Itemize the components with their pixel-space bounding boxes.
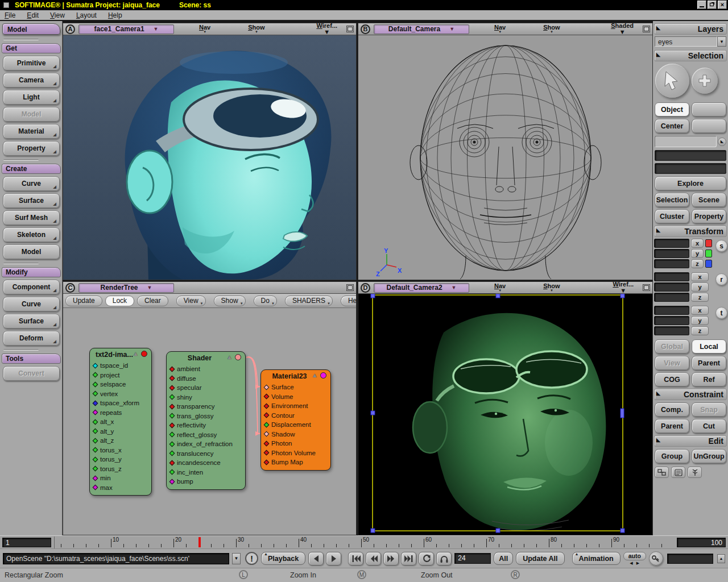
cog-button[interactable]: COG <box>655 372 689 386</box>
selection-filter-field[interactable] <box>655 136 717 147</box>
scroll-up-button[interactable]: ▲ <box>717 554 725 563</box>
node-port-photon[interactable]: Photon <box>261 439 330 448</box>
marked-parameter-field[interactable] <box>667 554 713 564</box>
add-to-selection-button[interactable] <box>692 68 718 94</box>
restore-button[interactable] <box>708 1 717 9</box>
go-to-start-button[interactable] <box>348 552 363 566</box>
axis-color-swatch[interactable] <box>705 260 712 268</box>
viewport-a-display-mode-menu[interactable]: Wiref...▼ <box>316 23 337 35</box>
modify-deform-button[interactable]: Deform◢ <box>3 331 60 346</box>
viewport-c-view-dropdown[interactable]: RenderTree ▼ <box>78 283 174 293</box>
close-button[interactable]: × <box>718 1 727 9</box>
node-output-port[interactable] <box>320 372 326 379</box>
get-model-button[interactable]: Model <box>3 107 60 122</box>
node-port-incandescence[interactable]: incandescence <box>167 458 245 468</box>
go-to-end-button[interactable] <box>401 552 416 566</box>
axis-y-button[interactable]: y <box>691 316 709 325</box>
rendertree-update-button[interactable]: Update <box>65 296 102 306</box>
modify-surface-button[interactable]: Surface◢ <box>3 314 60 329</box>
shader-node-material23[interactable]: Material23▲SurfaceVolumeEnvironmentConto… <box>260 369 331 471</box>
node-port-inc-inten[interactable]: inc_inten <box>167 468 245 477</box>
node-port-alt-x[interactable]: alt_x <box>90 417 151 427</box>
node-port-volume[interactable]: Volume <box>261 392 330 402</box>
explore-button[interactable]: Explore <box>655 176 726 190</box>
node-port-alt-y[interactable]: alt_y <box>90 427 151 436</box>
node-output-port[interactable] <box>235 354 241 360</box>
layer-select-dropdown-button[interactable]: ▼ <box>717 36 726 47</box>
node-port-project[interactable]: project <box>90 371 151 380</box>
ungroup-button[interactable]: UnGroup <box>692 449 726 463</box>
rendertree-help-button[interactable]: Help <box>341 296 357 306</box>
viewport-d-show-menu[interactable]: Show▼ <box>543 283 560 292</box>
shader-node-txt2d-ima[interactable]: txt2d-ima...▲tspace_idprojectselspacever… <box>89 348 152 496</box>
node-collapse-icon[interactable]: ▲ <box>133 351 139 357</box>
create-model-button[interactable]: Model <box>3 244 60 259</box>
node-port-diffuse[interactable]: diffuse <box>167 374 245 384</box>
node-port-contour[interactable]: Contour <box>261 411 330 421</box>
filter-blank-button-2[interactable] <box>692 119 726 133</box>
viewport-d-nav-menu[interactable]: Nav▼ <box>494 283 506 292</box>
transform-s-z-field[interactable] <box>654 259 689 268</box>
transform-r-badge[interactable]: r <box>715 273 727 285</box>
node-port-specular[interactable]: specular <box>167 383 245 393</box>
select-by-selection-button[interactable]: Selection <box>655 193 689 207</box>
menu-help[interactable]: Help <box>108 11 122 19</box>
transform-s-x-field[interactable] <box>654 239 689 248</box>
filter-center-button[interactable]: Center <box>655 119 689 133</box>
get-material-button[interactable]: Material◢ <box>3 124 60 139</box>
axis-color-swatch[interactable] <box>705 250 712 257</box>
transform-r-y-field[interactable] <box>654 282 689 292</box>
selection-filter-flyout-button[interactable]: ◣ <box>718 138 726 146</box>
update-all-button[interactable]: Update All <box>516 552 564 565</box>
axis-z-button[interactable]: z <box>691 326 709 335</box>
node-port-torus-y[interactable]: torus_y <box>90 455 151 464</box>
constraint-cut-button[interactable]: Cut <box>692 419 726 433</box>
timeline-start-frame-field[interactable]: 1 <box>2 538 51 547</box>
menu-edit[interactable]: Edit <box>27 11 39 19</box>
viewport-c-letter-button[interactable]: C <box>65 283 75 293</box>
transform-r-z-field[interactable] <box>654 293 689 302</box>
node-port-environment[interactable]: Environment <box>261 401 330 411</box>
transform-t-z-field[interactable] <box>654 326 689 335</box>
filter-blank-button-1[interactable] <box>692 102 726 117</box>
all-button[interactable]: All <box>494 552 513 565</box>
select-by-property-button[interactable]: Property <box>692 209 726 223</box>
viewport-d-camera-dropdown[interactable]: Default_Camera2 ▼ <box>374 283 469 293</box>
viewport-b-resize-button[interactable] <box>643 26 650 32</box>
constraint-parent-button[interactable]: Parent <box>655 419 689 433</box>
playhead[interactable] <box>198 537 201 547</box>
parent-mode-button[interactable]: Parent <box>692 356 726 370</box>
edit-header[interactable]: ◣ Edit <box>654 435 727 447</box>
select-by-cluster-button[interactable]: Cluster <box>655 209 689 223</box>
axis-z-button[interactable]: z <box>691 293 709 302</box>
node-port-displacement[interactable]: Displacement <box>261 420 330 430</box>
node-port-trans-glossy[interactable]: trans_glossy <box>167 411 245 421</box>
axis-y-button[interactable]: y <box>691 249 704 258</box>
timeline-ruler[interactable]: 102030405060708090 <box>54 537 674 548</box>
axis-color-swatch[interactable] <box>705 239 712 247</box>
animation-menu-button[interactable]: ▲Animation <box>572 552 621 565</box>
node-port-reflectivity[interactable]: reflectivity <box>167 421 245 430</box>
viewport-d-display-mode-menu[interactable]: Wiref...▼ <box>613 281 634 294</box>
frame-forward-button[interactable] <box>326 552 341 566</box>
get-primitive-button[interactable]: Primitive◢ <box>3 56 60 70</box>
viewport-d-resize-button[interactable] <box>643 284 650 291</box>
axis-y-button[interactable]: y <box>691 282 709 292</box>
get-property-button[interactable]: Property◢ <box>3 141 60 156</box>
auto-key-button[interactable]: auto <box>623 552 646 560</box>
rendertree-canvas[interactable]: txt2d-ima...▲tspace_idprojectselspacever… <box>63 308 356 534</box>
viewport-b-nav-menu[interactable]: Nav▼ <box>494 24 506 34</box>
current-frame-field[interactable]: 24 <box>454 553 491 564</box>
viewport-a-resize-button[interactable] <box>346 26 354 32</box>
node-port-tspace-xform[interactable]: tspace_xform <box>90 398 151 408</box>
create-skeleton-button[interactable]: Skeleton◢ <box>3 227 60 242</box>
node-port-selspace[interactable]: selspace <box>90 380 151 389</box>
viewport-c-resize-button[interactable] <box>346 284 354 291</box>
notes-button[interactable] <box>671 467 685 478</box>
create-curve-button[interactable]: Curve◢ <box>3 176 60 191</box>
viewport-b-camera-dropdown[interactable]: Default_Camera ▼ <box>374 24 469 34</box>
transform-t-badge[interactable]: t <box>715 307 727 319</box>
playback-menu-button[interactable]: ▲Playback <box>261 552 305 565</box>
axis-z-button[interactable]: z <box>691 259 704 268</box>
node-port-reflect-glossy[interactable]: reflect_glossy <box>167 430 245 440</box>
